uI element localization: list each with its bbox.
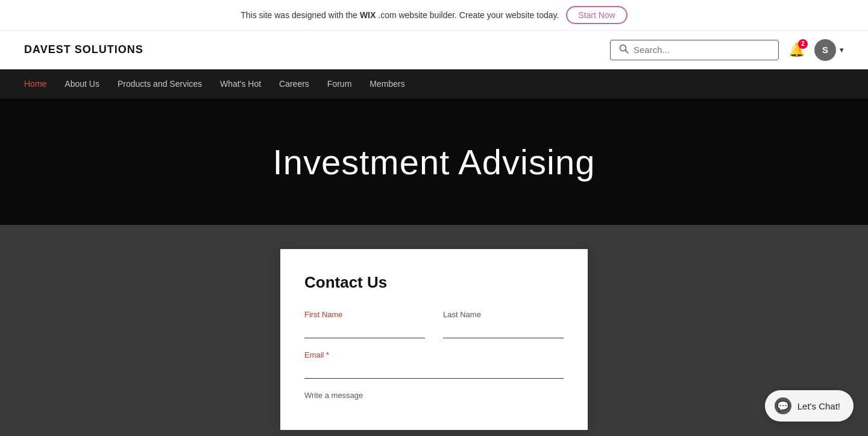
email-group: Email * <box>304 350 564 379</box>
nav-item-about[interactable]: About Us <box>64 77 99 91</box>
email-label: Email * <box>304 350 564 359</box>
header-right: 🔔 2 S ▾ <box>610 39 844 61</box>
notification-badge: 2 <box>798 39 808 49</box>
first-name-label: First Name <box>304 310 425 319</box>
name-row: First Name Last Name <box>304 310 564 338</box>
banner-text-before: This site was designed with the <box>241 10 360 20</box>
last-name-input[interactable] <box>443 323 564 338</box>
chat-icon: 💬 <box>775 397 791 414</box>
top-banner: This site was designed with the WIX .com… <box>0 0 868 31</box>
chevron-down-icon: ▾ <box>840 45 844 54</box>
email-row: Email * <box>304 350 564 379</box>
search-bar <box>610 40 779 60</box>
hero-section: Investment Advising <box>0 98 868 225</box>
search-input[interactable] <box>634 45 770 55</box>
message-group: Write a message <box>304 391 564 400</box>
nav-item-home[interactable]: Home <box>24 77 46 91</box>
nav-item-careers[interactable]: Careers <box>279 77 309 91</box>
email-input[interactable] <box>304 363 564 379</box>
user-menu[interactable]: S ▾ <box>814 39 844 61</box>
avatar: S <box>814 39 836 61</box>
banner-wix-bold: WIX <box>360 10 376 20</box>
notification-bell[interactable]: 🔔 2 <box>788 42 805 58</box>
banner-text-after: .com website builder. Create your websit… <box>378 10 559 20</box>
start-now-button[interactable]: Start Now <box>566 6 627 24</box>
nav: Home About Us Products and Services What… <box>0 69 868 98</box>
svg-line-1 <box>626 50 629 53</box>
search-icon <box>619 44 629 56</box>
hero-title: Investment Advising <box>273 142 596 182</box>
content-area: Contact Us First Name Last Name Email * … <box>0 225 868 436</box>
first-name-group: First Name <box>304 310 425 338</box>
last-name-group: Last Name <box>443 310 564 338</box>
chat-widget[interactable]: 💬 Let's Chat! <box>765 390 854 422</box>
header: DAVEST SOLUTIONS 🔔 2 S ▾ <box>0 31 868 69</box>
nav-item-products[interactable]: Products and Services <box>118 77 202 91</box>
contact-title: Contact Us <box>304 273 564 292</box>
site-title: DAVEST SOLUTIONS <box>24 43 143 56</box>
nav-item-members[interactable]: Members <box>370 77 404 91</box>
contact-card: Contact Us First Name Last Name Email * … <box>280 249 588 430</box>
nav-item-whatshot[interactable]: What's Hot <box>220 77 261 91</box>
chat-label: Let's Chat! <box>797 401 840 411</box>
message-label: Write a message <box>304 391 564 400</box>
last-name-label: Last Name <box>443 310 564 319</box>
first-name-input[interactable] <box>304 323 425 338</box>
nav-item-forum[interactable]: Forum <box>327 77 351 91</box>
